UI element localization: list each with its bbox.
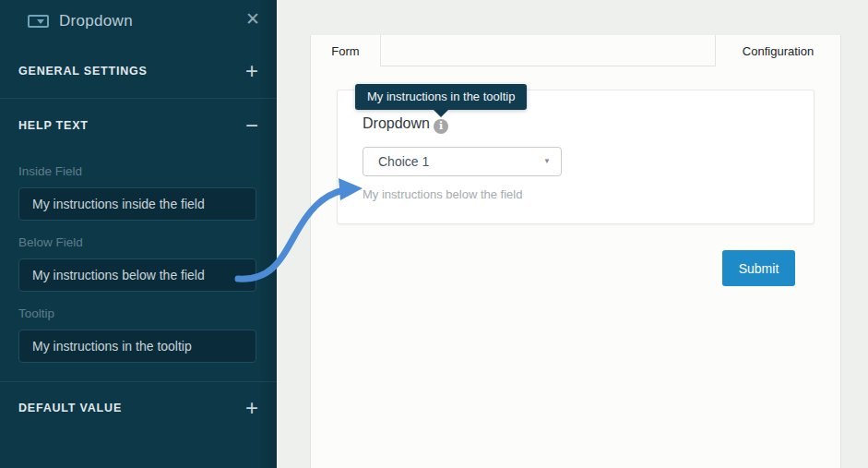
choice-select[interactable]: Choice 1 ▼ <box>363 147 562 176</box>
sidebar-title: Dropdown <box>59 12 133 30</box>
tooltip-caret <box>433 109 449 117</box>
app-window: Dropdown ✕ GENERAL SETTINGS + HELP TEXT … <box>0 0 868 468</box>
field-settings-sidebar: Dropdown ✕ GENERAL SETTINGS + HELP TEXT … <box>0 0 277 468</box>
inside-field-input[interactable] <box>18 187 256 221</box>
close-icon[interactable]: ✕ <box>245 9 260 30</box>
section-default-value[interactable]: DEFAULT VALUE + <box>18 394 258 422</box>
expand-icon[interactable]: + <box>245 399 258 417</box>
below-field-helper-text: My instructions below the field <box>363 187 522 201</box>
tab-bar: Form Configuration <box>311 35 840 66</box>
select-value: Choice 1 <box>378 148 429 175</box>
select-caret-icon: ▼ <box>543 148 551 175</box>
section-help-text[interactable]: HELP TEXT − <box>18 112 258 139</box>
tooltip-bubble: My instructions in the tooltip <box>355 84 527 110</box>
tooltip-field-label: Tooltip <box>18 306 54 320</box>
tab-spacer <box>381 35 715 66</box>
preview-field-label: Dropdown <box>363 115 430 132</box>
tab-configuration[interactable]: Configuration <box>715 35 840 66</box>
below-field-label: Below Field <box>18 235 83 249</box>
submit-button[interactable]: Submit <box>722 250 795 286</box>
below-field-input[interactable] <box>18 258 256 292</box>
section-label: GENERAL SETTINGS <box>18 65 148 78</box>
expand-icon[interactable]: + <box>245 62 258 80</box>
inside-field-label: Inside Field <box>18 164 82 178</box>
section-general-settings[interactable]: GENERAL SETTINGS + <box>18 57 258 85</box>
info-icon[interactable]: i <box>434 119 448 134</box>
divider <box>0 381 277 382</box>
divider <box>0 98 277 99</box>
dropdown-field-icon <box>28 15 49 28</box>
section-label: DEFAULT VALUE <box>18 402 122 414</box>
collapse-icon[interactable]: − <box>245 116 258 135</box>
tooltip-field-input[interactable] <box>18 330 256 363</box>
sidebar-header: Dropdown ✕ <box>0 0 277 44</box>
section-label: HELP TEXT <box>18 119 89 132</box>
tab-form[interactable]: Form <box>311 35 381 66</box>
